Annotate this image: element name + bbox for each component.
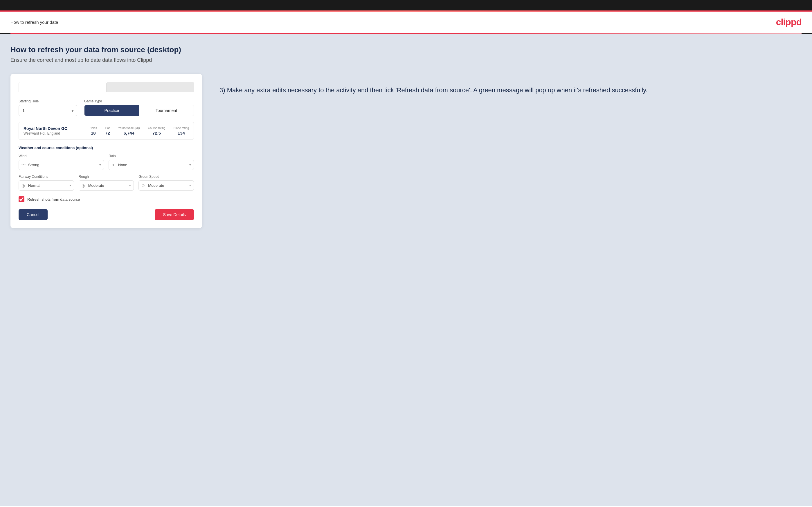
- course-stats: Holes 18 Par 72 Yards/White (M)) 6,744 C…: [90, 126, 189, 135]
- yards-label: Yards/White (M)): [118, 126, 140, 130]
- form-card: Starting Hole 1 10 ▾ Game Type Practice …: [10, 74, 202, 228]
- rain-select[interactable]: None Light Heavy: [109, 160, 194, 170]
- card-tabs: [18, 82, 194, 92]
- header: How to refresh your data clippd: [0, 12, 812, 33]
- slope-rating-value: 134: [178, 130, 185, 135]
- tab-active[interactable]: [18, 82, 107, 92]
- practice-button[interactable]: Practice: [85, 105, 139, 116]
- fairway-select-wrapper: ◎ Normal Soft Hard ▾: [18, 180, 74, 190]
- rain-group: Rain ✦ None Light Heavy ▾: [109, 154, 194, 170]
- rain-select-wrapper: ✦ None Light Heavy ▾: [109, 160, 194, 170]
- page-subtitle: Ensure the correct and most up to date d…: [10, 57, 802, 63]
- yards-value: 6,744: [123, 130, 135, 135]
- main-content: How to refresh your data from source (de…: [0, 34, 812, 506]
- green-speed-group: Green Speed ⊙ Moderate Slow Fast ▾: [139, 175, 194, 190]
- course-location: Westward Ho!, England: [23, 131, 68, 135]
- rough-group: Rough ◎ Moderate Light Heavy ▾: [79, 175, 134, 190]
- course-name-group: Royal North Devon GC, Westward Ho!, Engl…: [23, 126, 68, 135]
- cancel-button[interactable]: Cancel: [18, 209, 48, 220]
- game-type-buttons: Practice Tournament: [84, 105, 194, 116]
- yards-stat: Yards/White (M)) 6,744: [118, 126, 140, 135]
- game-type-label: Game Type: [84, 99, 194, 103]
- rough-label: Rough: [79, 175, 134, 179]
- par-label: Par: [105, 126, 110, 130]
- instruction-text: 3) Make any extra edits necessary to the…: [219, 85, 802, 95]
- starting-hole-wrapper: 1 10 ▾: [18, 105, 77, 116]
- course-name: Royal North Devon GC,: [23, 126, 68, 131]
- course-rating-stat: Course rating 72.5: [148, 126, 165, 135]
- conditions-row-2: Fairway Conditions ◎ Normal Soft Hard ▾ …: [18, 175, 194, 190]
- rain-label: Rain: [109, 154, 194, 158]
- conditions-heading: Weather and course conditions (optional): [18, 146, 194, 150]
- header-title: How to refresh your data: [10, 20, 58, 25]
- rough-select-wrapper: ◎ Moderate Light Heavy ▾: [79, 180, 134, 190]
- course-rating-label: Course rating: [148, 126, 165, 130]
- tab-inactive[interactable]: [107, 82, 194, 92]
- refresh-checkbox-label: Refresh shots from data source: [27, 197, 80, 202]
- fairway-select[interactable]: Normal Soft Hard: [18, 180, 74, 190]
- save-button[interactable]: Save Details: [155, 209, 194, 220]
- refresh-checkbox[interactable]: [18, 196, 24, 202]
- wind-rain-row: Wind 〰 Strong Calm Moderate ▾ Rain: [18, 154, 194, 170]
- holes-label: Holes: [90, 126, 97, 130]
- par-stat: Par 72: [105, 126, 110, 135]
- green-speed-select[interactable]: Moderate Slow Fast: [139, 180, 194, 190]
- page-heading: How to refresh your data from source (de…: [10, 45, 802, 54]
- top-bar: [0, 0, 812, 10]
- action-row: Cancel Save Details: [18, 209, 194, 220]
- fairway-group: Fairway Conditions ◎ Normal Soft Hard ▾: [18, 175, 74, 190]
- tournament-button[interactable]: Tournament: [139, 105, 194, 116]
- slope-rating-label: Slope rating: [173, 126, 189, 130]
- footer: Copyright Clippd 2022: [0, 506, 812, 507]
- starting-hole-label: Starting Hole: [18, 99, 77, 103]
- logo: clippd: [776, 17, 802, 27]
- wind-select[interactable]: Strong Calm Moderate: [18, 160, 104, 170]
- instructions-panel: 3) Make any extra edits necessary to the…: [219, 74, 802, 95]
- fairway-label: Fairway Conditions: [18, 175, 74, 179]
- wind-group: Wind 〰 Strong Calm Moderate ▾: [18, 154, 104, 170]
- row-hole-gametype: Starting Hole 1 10 ▾ Game Type Practice …: [18, 99, 194, 116]
- refresh-checkbox-row: Refresh shots from data source: [18, 196, 194, 202]
- starting-hole-select[interactable]: 1 10: [18, 105, 77, 116]
- wind-label: Wind: [18, 154, 104, 158]
- green-speed-select-wrapper: ⊙ Moderate Slow Fast ▾: [139, 180, 194, 190]
- course-info-box: Royal North Devon GC, Westward Ho!, Engl…: [18, 122, 194, 140]
- course-rating-value: 72.5: [152, 130, 161, 135]
- slope-rating-stat: Slope rating 134: [173, 126, 189, 135]
- par-value: 72: [105, 130, 110, 135]
- holes-stat: Holes 18: [90, 126, 97, 135]
- wind-select-wrapper: 〰 Strong Calm Moderate ▾: [18, 160, 104, 170]
- holes-value: 18: [91, 130, 96, 135]
- rough-select[interactable]: Moderate Light Heavy: [79, 180, 134, 190]
- content-area: Starting Hole 1 10 ▾ Game Type Practice …: [10, 74, 802, 228]
- green-speed-label: Green Speed: [139, 175, 194, 179]
- game-type-group: Game Type Practice Tournament: [84, 99, 194, 116]
- starting-hole-group: Starting Hole 1 10 ▾: [18, 99, 77, 116]
